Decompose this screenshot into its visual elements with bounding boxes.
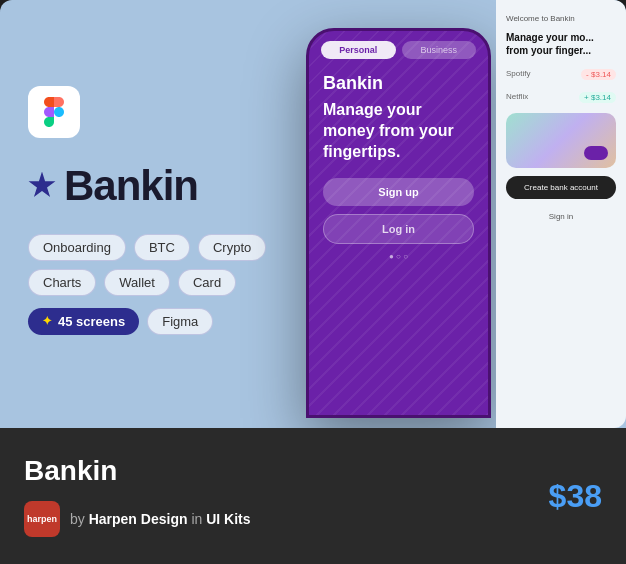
tags-row-2: Charts Wallet Card bbox=[28, 269, 268, 296]
rp-sign-in-button[interactable]: Sign in bbox=[506, 207, 616, 226]
bottom-left-info: Bankin harpen by Harpen Design in UI Kit… bbox=[24, 455, 251, 537]
category-link[interactable]: UI Kits bbox=[206, 511, 250, 527]
phone-signup-button[interactable]: Sign up bbox=[323, 178, 474, 206]
tag-charts[interactable]: Charts bbox=[28, 269, 96, 296]
tag-crypto[interactable]: Crypto bbox=[198, 234, 266, 261]
tags-row-1: Onboarding BTC Crypto bbox=[28, 234, 268, 261]
rp-toggle[interactable] bbox=[584, 146, 608, 160]
author-row: harpen by Harpen Design in UI Kits bbox=[24, 501, 251, 537]
price-badge: $38 bbox=[549, 478, 602, 515]
phone-mockup-area: Personal Business Bankin Manage your mon… bbox=[306, 28, 496, 428]
phone-dots-indicator: ● ○ ○ bbox=[323, 252, 474, 261]
tag-card[interactable]: Card bbox=[178, 269, 236, 296]
product-card: Bankin Onboarding BTC Crypto Charts Wall… bbox=[0, 0, 626, 564]
rp-create-account-button[interactable]: Create bank account bbox=[506, 176, 616, 199]
rp-netflix-row: Netflix + $3.14 bbox=[506, 92, 616, 103]
phone-mockup: Personal Business Bankin Manage your mon… bbox=[306, 28, 491, 418]
phone-login-button[interactable]: Log in bbox=[323, 214, 474, 244]
brand-name: Bankin bbox=[28, 162, 268, 210]
author-prefix: by bbox=[70, 511, 85, 527]
rp-netflix-label: Netflix bbox=[506, 92, 528, 103]
tag-wallet[interactable]: Wallet bbox=[104, 269, 170, 296]
figma-icon bbox=[28, 86, 80, 138]
tag-onboarding[interactable]: Onboarding bbox=[28, 234, 126, 261]
hero-section: Bankin Onboarding BTC Crypto Charts Wall… bbox=[0, 0, 626, 428]
star-icon: ✦ bbox=[42, 314, 52, 328]
hero-left-content: Bankin Onboarding BTC Crypto Charts Wall… bbox=[28, 0, 268, 428]
phone-logo: Bankin bbox=[323, 73, 474, 94]
screens-count-badge: ✦ 45 screens bbox=[28, 308, 139, 335]
figma-label-badge: Figma bbox=[147, 308, 213, 335]
bottom-section: Bankin harpen by Harpen Design in UI Kit… bbox=[0, 428, 626, 564]
rp-spotify-label: Spotify bbox=[506, 69, 530, 80]
brand-star-icon bbox=[28, 172, 56, 200]
rp-spotify-row: Spotify - $3.14 bbox=[506, 69, 616, 80]
author-avatar: harpen bbox=[24, 501, 60, 537]
tags-row-3: ✦ 45 screens Figma bbox=[28, 308, 268, 335]
phone-tagline: Manage your money from your fingertips. bbox=[323, 100, 474, 162]
tag-btc[interactable]: BTC bbox=[134, 234, 190, 261]
phone-content: Bankin Manage your money from your finge… bbox=[309, 73, 488, 261]
right-preview-panel: Welcome to Bankin Manage your mo...from … bbox=[496, 0, 626, 428]
author-middle: in bbox=[191, 511, 206, 527]
product-title: Bankin bbox=[24, 455, 251, 487]
rp-card-visual bbox=[506, 113, 616, 168]
rp-spotify-amount: - $3.14 bbox=[581, 69, 616, 80]
rp-welcome-text: Welcome to Bankin bbox=[506, 14, 616, 23]
rp-headline: Manage your mo...from your finger... bbox=[506, 31, 616, 57]
author-text: by Harpen Design in UI Kits bbox=[70, 511, 251, 527]
rp-netflix-amount: + $3.14 bbox=[579, 92, 616, 103]
author-name-link[interactable]: Harpen Design bbox=[89, 511, 188, 527]
